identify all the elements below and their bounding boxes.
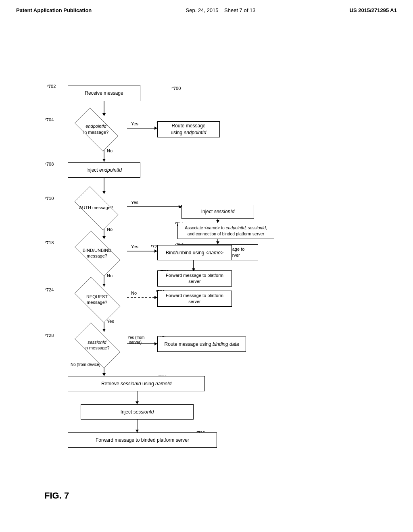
svg-text:Yes: Yes	[131, 244, 138, 249]
header-date: Sep. 24, 2015	[186, 7, 219, 13]
fig-label: FIG. 7	[44, 490, 69, 501]
header-sheet: Sheet 7 of 13	[224, 7, 255, 13]
header-center: Sep. 24, 2015 Sheet 7 of 13	[186, 7, 256, 13]
svg-text:Yes (from: Yes (from	[127, 335, 144, 340]
node-route-endpointid: Route messageusing endpointId	[157, 121, 220, 137]
svg-marker-16	[216, 241, 219, 244]
node-associate-name: Associate <name> to endpointId, sessionI…	[177, 223, 274, 239]
label-700-bracket: ⌐	[171, 84, 175, 90]
node-receive-message: Receive message	[68, 85, 140, 101]
header-right: US 2015/271295 A1	[350, 7, 397, 13]
svg-text:Yes: Yes	[107, 319, 114, 324]
svg-text:No: No	[107, 227, 113, 232]
svg-marker-29	[154, 296, 157, 299]
svg-marker-14	[216, 220, 219, 223]
node-inject-sessionid-712: Inject sessionId	[181, 205, 254, 219]
node-bind-unbind-diamond: BIND/UNBINDmessage?	[68, 237, 126, 269]
header-left: Patent Application Publication	[16, 7, 92, 13]
svg-text:No: No	[131, 291, 137, 295]
page-header: Patent Application Publication Sep. 24, …	[0, 0, 413, 17]
node-endpointId-diamond: endpointIdin message?	[68, 114, 124, 144]
svg-marker-6	[102, 159, 106, 162]
node-forward-binded: Forward message to binded platform serve…	[68, 432, 217, 448]
svg-marker-3	[154, 127, 157, 130]
svg-marker-39	[102, 373, 106, 376]
svg-marker-42	[136, 401, 139, 404]
node-inject-endpointid: Inject endpointId	[68, 162, 140, 178]
svg-marker-21	[154, 249, 157, 253]
diagram-area: Yes No Yes No Yes No	[0, 21, 413, 513]
label-702-bracket: ⌐	[47, 82, 50, 88]
node-retrieve-sessionid: Retrieve sessionId using nameId	[68, 376, 205, 391]
svg-marker-44	[136, 430, 139, 432]
node-inject-sessionid-734: Inject sessionId	[81, 404, 194, 420]
svg-text:No: No	[107, 273, 113, 278]
node-sessionid-diamond: sessionIdin message?	[68, 329, 126, 361]
node-forward-platform-722: Forward message to platformserver	[157, 270, 232, 287]
node-request-diamond: REQUESTmessage?	[68, 283, 126, 316]
node-auth-diamond: AUTH message?	[68, 193, 124, 223]
node-bind-unbind-name: Bind/unbind using <name>	[157, 245, 232, 260]
svg-text:Yes: Yes	[131, 121, 138, 126]
svg-text:No: No	[107, 148, 113, 153]
node-forward-platform-726: Forward message to platformserver	[157, 291, 232, 307]
svg-text:Yes: Yes	[131, 200, 138, 205]
svg-text:No (from device): No (from device)	[71, 362, 100, 367]
svg-text:server): server)	[129, 340, 142, 345]
node-route-binding: Route message using binding data	[157, 337, 246, 352]
svg-marker-35	[154, 342, 157, 345]
